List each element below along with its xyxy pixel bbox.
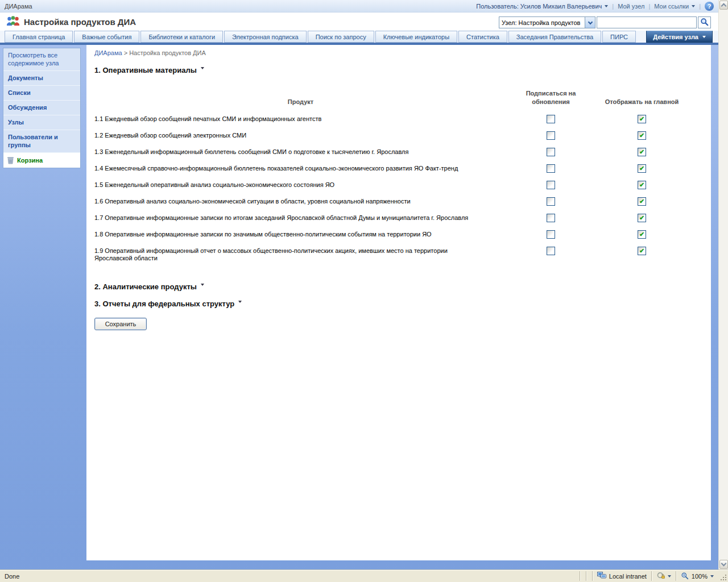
product-row: 1.2 Ежедневый обзор сообщений электронны…	[94, 127, 689, 144]
subscribe-checkbox[interactable]	[547, 247, 555, 255]
display-checkbox[interactable]: ✔	[638, 230, 646, 239]
help-icon[interactable]: ?	[705, 2, 714, 11]
save-button[interactable]: Сохранить	[94, 318, 147, 330]
display-checkbox[interactable]: ✔	[638, 115, 646, 123]
display-checkbox[interactable]: ✔	[638, 131, 646, 140]
nav-tab[interactable]: Главная страница	[5, 31, 73, 43]
nav-tab[interactable]: Статистика	[458, 31, 507, 43]
subscribe-checkbox[interactable]	[547, 197, 555, 206]
product-label: 1.8 Оперативные информационные записки п…	[94, 231, 432, 238]
chevron-up-icon	[721, 3, 727, 9]
display-checkbox[interactable]: ✔	[638, 214, 646, 222]
caret-down-icon	[692, 5, 695, 7]
display-checkbox[interactable]: ✔	[638, 181, 646, 189]
search-input[interactable]	[597, 16, 697, 28]
protected-mode-panel[interactable]	[651, 571, 676, 581]
subscribe-checkbox[interactable]	[547, 230, 555, 239]
caret-down-icon	[702, 36, 706, 38]
vertical-scrollbar[interactable]	[718, 0, 728, 569]
scroll-up-button[interactable]	[719, 1, 728, 10]
user-menu-label: Пользователь: Усилов Михаил Валерьевич	[476, 3, 602, 10]
site-actions-button[interactable]: Действия узла	[646, 31, 713, 43]
product-row: 1.4 Ежемесячный справочно-информационный…	[94, 160, 689, 177]
nav-tab[interactable]: Ключевые индикаторы	[375, 31, 457, 43]
subscribe-checkbox[interactable]	[547, 181, 555, 189]
caret-down-icon	[710, 575, 714, 577]
nav-tab[interactable]: Библиотеки и каталоги	[140, 31, 223, 43]
browser-window: ДИАрама Пользователь: Усилов Михаил Вале…	[0, 0, 728, 582]
global-links-right: Пользователь: Усилов Михаил Валерьевич |…	[476, 2, 714, 11]
status-panel	[580, 571, 586, 581]
sidebar-item[interactable]: Обсуждения	[3, 101, 80, 115]
product-row: 1.7 Оперативные информационные записки п…	[94, 210, 689, 226]
site-people-icon	[6, 14, 20, 29]
nav-tab[interactable]: Поиск по запросу	[308, 31, 374, 43]
product-label: 1.2 Ежедневый обзор сообщений электронны…	[94, 132, 246, 139]
subscribe-checkbox[interactable]	[547, 164, 555, 173]
column-header-display: Отображать на главной	[595, 81, 689, 111]
display-checkbox[interactable]: ✔	[638, 164, 646, 173]
zoom-control[interactable]: 100%	[676, 571, 718, 581]
left-column: Просмотреть все содержимое узла Документ…	[0, 45, 86, 569]
section-1-heading: 1. Оперативные материалы	[94, 66, 711, 74]
search-scope-select[interactable]: Узел: Настройка продуктов	[499, 16, 595, 28]
subscribe-checkbox[interactable]	[547, 131, 555, 140]
quick-launch: Просмотреть все содержимое узла Документ…	[3, 48, 81, 168]
products-table: Продукт Подписаться на обновления Отобра…	[94, 81, 689, 267]
magnifier-icon	[700, 18, 709, 28]
collapse-caret-icon[interactable]	[238, 301, 242, 303]
column-header-product: Продукт	[94, 81, 507, 111]
breadcrumb-separator: >	[124, 49, 127, 56]
display-checkbox[interactable]: ✔	[638, 247, 646, 255]
recycle-bin-icon	[7, 156, 14, 164]
breadcrumb: ДИАрама > Настройка продуктов ДИА	[94, 49, 711, 56]
nav-tab[interactable]: Важные события	[74, 31, 139, 43]
site-actions-label: Действия узла	[653, 34, 698, 40]
product-row: 1.6 Оперативный анализ социально-экономи…	[94, 193, 689, 210]
sidebar-item[interactable]: Документы	[3, 71, 80, 86]
search-button[interactable]	[698, 16, 711, 28]
display-checkbox[interactable]: ✔	[638, 197, 646, 206]
zoom-level-label: 100%	[692, 573, 708, 580]
caret-down-icon	[605, 5, 608, 7]
breadcrumb-current: Настройка продуктов ДИА	[129, 49, 206, 56]
combo-arrow-icon[interactable]	[585, 17, 595, 28]
my-site-link[interactable]: Мой узел	[618, 3, 644, 10]
security-zone-panel: Local intranet	[592, 571, 651, 581]
sidebar-item[interactable]: Узлы	[3, 115, 80, 130]
subscribe-checkbox[interactable]	[547, 115, 555, 123]
scroll-down-button[interactable]	[719, 560, 728, 569]
nav-tab[interactable]: Электронная подписка	[224, 31, 307, 43]
breadcrumb-root-link[interactable]: ДИАрама	[94, 49, 122, 56]
product-row: 1.3 Еженедельный информационный бюллетен…	[94, 144, 689, 160]
table-header-row: Продукт Подписаться на обновления Отобра…	[94, 81, 689, 111]
security-zone-label: Local intranet	[609, 573, 647, 580]
display-checkbox[interactable]: ✔	[638, 148, 646, 156]
resize-grip[interactable]	[718, 570, 728, 582]
status-panel	[586, 571, 592, 581]
sidebar-item[interactable]: Списки	[3, 86, 80, 101]
local-intranet-icon	[597, 572, 606, 580]
sidebar-item[interactable]: Пользователи и группы	[3, 130, 80, 153]
product-label: 1.6 Оперативный анализ социально-экономи…	[94, 198, 411, 205]
view-all-site-content-link[interactable]: Просмотреть все содержимое узла	[3, 48, 80, 71]
nav-tab[interactable]: ПИРС	[602, 31, 636, 43]
portal-home-link[interactable]: ДИАрама	[5, 3, 32, 10]
site-title-bar: Настройка продуктов ДИА Узел: Настройка …	[0, 13, 718, 31]
page-body: Просмотреть все содержимое узла Документ…	[0, 45, 718, 569]
my-links-menu[interactable]: Мои ссылки	[654, 3, 695, 10]
chevron-down-icon	[721, 561, 727, 567]
collapse-caret-icon[interactable]	[201, 67, 204, 69]
subscribe-checkbox[interactable]	[547, 148, 555, 156]
product-label: 1.7 Оперативные информационные записки п…	[94, 214, 468, 221]
collapse-caret-icon[interactable]	[201, 284, 204, 286]
recycle-bin-link[interactable]: Корзина	[3, 153, 80, 168]
recycle-bin-label: Корзина	[17, 157, 43, 164]
product-label: 1.4 Ежемесячный справочно-информационный…	[94, 165, 458, 172]
subscribe-checkbox[interactable]	[547, 214, 555, 222]
product-label: 1.5 Еженедельный оперативный анализ соци…	[94, 181, 334, 188]
user-menu[interactable]: Пользователь: Усилов Михаил Валерьевич	[476, 3, 608, 10]
product-label: 1.3 Еженедельный информационный бюллетен…	[94, 148, 408, 155]
status-right-panels: Local intranet	[580, 570, 728, 582]
nav-tab[interactable]: Заседания Правительства	[508, 31, 601, 43]
